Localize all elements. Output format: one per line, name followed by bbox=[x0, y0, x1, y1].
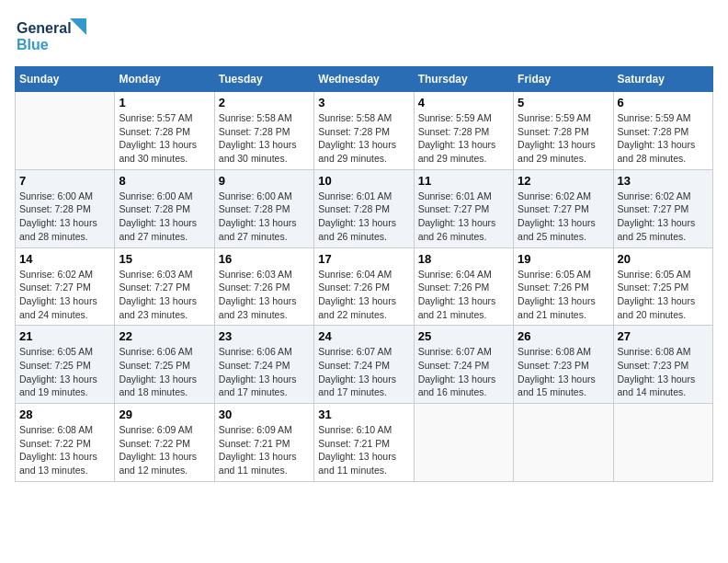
day-number: 15 bbox=[119, 252, 210, 266]
calendar-cell: 19Sunrise: 6:05 AMSunset: 7:26 PMDayligh… bbox=[514, 247, 613, 326]
calendar-cell: 9Sunrise: 6:00 AMSunset: 7:28 PMDaylight… bbox=[214, 169, 313, 247]
day-info: Sunrise: 5:58 AMSunset: 7:28 PMDaylight:… bbox=[318, 111, 409, 166]
calendar-cell: 2Sunrise: 5:58 AMSunset: 7:28 PMDaylight… bbox=[214, 92, 313, 170]
calendar-cell: 22Sunrise: 6:06 AMSunset: 7:25 PMDayligh… bbox=[115, 326, 214, 404]
calendar-cell: 18Sunrise: 6:04 AMSunset: 7:26 PMDayligh… bbox=[414, 247, 513, 326]
day-info: Sunrise: 6:05 AMSunset: 7:25 PMDaylight:… bbox=[618, 268, 709, 322]
calendar-cell: 31Sunrise: 6:10 AMSunset: 7:21 PMDayligh… bbox=[314, 404, 414, 482]
day-number: 24 bbox=[318, 329, 409, 343]
day-number: 31 bbox=[318, 408, 409, 421]
day-number: 16 bbox=[219, 252, 310, 266]
day-header-sunday: Sunday bbox=[16, 67, 115, 92]
svg-marker-0 bbox=[70, 18, 86, 35]
day-info: Sunrise: 6:02 AMSunset: 7:27 PMDaylight:… bbox=[518, 190, 609, 244]
day-number: 5 bbox=[518, 96, 609, 109]
day-header-monday: Monday bbox=[115, 67, 214, 92]
day-info: Sunrise: 5:57 AMSunset: 7:28 PMDaylight:… bbox=[119, 111, 210, 166]
day-number: 28 bbox=[19, 408, 110, 421]
calendar-cell bbox=[414, 404, 513, 482]
day-info: Sunrise: 5:59 AMSunset: 7:28 PMDaylight:… bbox=[418, 111, 509, 166]
calendar-cell: 6Sunrise: 5:59 AMSunset: 7:28 PMDaylight… bbox=[613, 92, 712, 170]
day-info: Sunrise: 6:08 AMSunset: 7:23 PMDaylight:… bbox=[618, 345, 709, 399]
day-number: 8 bbox=[119, 174, 210, 188]
day-info: Sunrise: 6:09 AMSunset: 7:21 PMDaylight:… bbox=[219, 423, 310, 477]
day-info: Sunrise: 6:03 AMSunset: 7:26 PMDaylight:… bbox=[219, 268, 310, 322]
day-header-friday: Friday bbox=[514, 67, 613, 92]
calendar-cell: 10Sunrise: 6:01 AMSunset: 7:28 PMDayligh… bbox=[314, 169, 414, 247]
day-number: 11 bbox=[418, 174, 509, 188]
day-info: Sunrise: 6:08 AMSunset: 7:23 PMDaylight:… bbox=[518, 345, 609, 399]
calendar-cell: 16Sunrise: 6:03 AMSunset: 7:26 PMDayligh… bbox=[214, 247, 313, 326]
calendar-cell: 30Sunrise: 6:09 AMSunset: 7:21 PMDayligh… bbox=[214, 404, 313, 482]
day-info: Sunrise: 6:08 AMSunset: 7:22 PMDaylight:… bbox=[19, 423, 110, 477]
day-info: Sunrise: 6:00 AMSunset: 7:28 PMDaylight:… bbox=[19, 190, 110, 244]
day-number: 17 bbox=[318, 252, 409, 266]
day-number: 27 bbox=[618, 329, 709, 343]
calendar-cell: 24Sunrise: 6:07 AMSunset: 7:24 PMDayligh… bbox=[314, 326, 414, 404]
calendar-cell: 11Sunrise: 6:01 AMSunset: 7:27 PMDayligh… bbox=[414, 169, 513, 247]
day-number: 23 bbox=[219, 329, 310, 343]
day-number: 12 bbox=[518, 174, 609, 188]
day-number: 2 bbox=[219, 96, 310, 109]
calendar-cell: 28Sunrise: 6:08 AMSunset: 7:22 PMDayligh… bbox=[16, 404, 115, 482]
day-info: Sunrise: 6:10 AMSunset: 7:21 PMDaylight:… bbox=[318, 423, 409, 477]
day-info: Sunrise: 6:04 AMSunset: 7:26 PMDaylight:… bbox=[318, 268, 409, 322]
day-number: 29 bbox=[119, 408, 210, 421]
svg-text:General: General bbox=[17, 20, 72, 36]
day-header-tuesday: Tuesday bbox=[214, 67, 313, 92]
day-info: Sunrise: 6:06 AMSunset: 7:25 PMDaylight:… bbox=[119, 345, 210, 399]
calendar-cell bbox=[16, 92, 115, 170]
calendar-cell: 4Sunrise: 5:59 AMSunset: 7:28 PMDaylight… bbox=[414, 92, 513, 170]
day-header-thursday: Thursday bbox=[414, 67, 513, 92]
day-info: Sunrise: 6:00 AMSunset: 7:28 PMDaylight:… bbox=[219, 190, 310, 244]
day-number: 6 bbox=[618, 96, 709, 109]
day-info: Sunrise: 6:06 AMSunset: 7:24 PMDaylight:… bbox=[219, 345, 310, 399]
calendar-header-row: SundayMondayTuesdayWednesdayThursdayFrid… bbox=[16, 67, 713, 92]
day-info: Sunrise: 6:00 AMSunset: 7:28 PMDaylight:… bbox=[119, 190, 210, 244]
calendar-cell: 29Sunrise: 6:09 AMSunset: 7:22 PMDayligh… bbox=[115, 404, 214, 482]
calendar-week-row: 7Sunrise: 6:00 AMSunset: 7:28 PMDaylight… bbox=[16, 169, 713, 247]
calendar-week-row: 21Sunrise: 6:05 AMSunset: 7:25 PMDayligh… bbox=[16, 326, 713, 404]
day-info: Sunrise: 6:02 AMSunset: 7:27 PMDaylight:… bbox=[19, 268, 110, 322]
calendar-cell: 14Sunrise: 6:02 AMSunset: 7:27 PMDayligh… bbox=[16, 247, 115, 326]
day-number: 26 bbox=[518, 329, 609, 343]
logo: GeneralBlue bbox=[15, 15, 88, 55]
day-number: 20 bbox=[618, 252, 709, 266]
calendar-cell: 12Sunrise: 6:02 AMSunset: 7:27 PMDayligh… bbox=[514, 169, 613, 247]
day-number: 3 bbox=[318, 96, 409, 109]
day-info: Sunrise: 6:09 AMSunset: 7:22 PMDaylight:… bbox=[119, 423, 210, 477]
day-number: 30 bbox=[219, 408, 310, 421]
day-number: 18 bbox=[418, 252, 509, 266]
calendar-cell: 21Sunrise: 6:05 AMSunset: 7:25 PMDayligh… bbox=[16, 326, 115, 404]
day-number: 7 bbox=[19, 174, 110, 188]
calendar-table: SundayMondayTuesdayWednesdayThursdayFrid… bbox=[15, 66, 713, 482]
calendar-cell: 8Sunrise: 6:00 AMSunset: 7:28 PMDaylight… bbox=[115, 169, 214, 247]
calendar-cell: 1Sunrise: 5:57 AMSunset: 7:28 PMDaylight… bbox=[115, 92, 214, 170]
calendar-cell: 23Sunrise: 6:06 AMSunset: 7:24 PMDayligh… bbox=[214, 326, 313, 404]
day-number: 22 bbox=[119, 329, 210, 343]
calendar-cell: 7Sunrise: 6:00 AMSunset: 7:28 PMDaylight… bbox=[16, 169, 115, 247]
calendar-cell: 3Sunrise: 5:58 AMSunset: 7:28 PMDaylight… bbox=[314, 92, 414, 170]
calendar-week-row: 1Sunrise: 5:57 AMSunset: 7:28 PMDaylight… bbox=[16, 92, 713, 170]
day-info: Sunrise: 5:58 AMSunset: 7:28 PMDaylight:… bbox=[219, 111, 310, 166]
day-number: 13 bbox=[618, 174, 709, 188]
logo-svg: GeneralBlue bbox=[15, 15, 88, 55]
day-info: Sunrise: 6:03 AMSunset: 7:27 PMDaylight:… bbox=[119, 268, 210, 322]
day-number: 4 bbox=[418, 96, 509, 109]
calendar-cell bbox=[514, 404, 613, 482]
calendar-week-row: 28Sunrise: 6:08 AMSunset: 7:22 PMDayligh… bbox=[16, 404, 713, 482]
day-number: 19 bbox=[518, 252, 609, 266]
calendar-cell: 13Sunrise: 6:02 AMSunset: 7:27 PMDayligh… bbox=[613, 169, 712, 247]
calendar-cell: 17Sunrise: 6:04 AMSunset: 7:26 PMDayligh… bbox=[314, 247, 414, 326]
day-number: 14 bbox=[19, 252, 110, 266]
day-number: 25 bbox=[418, 329, 509, 343]
day-info: Sunrise: 6:01 AMSunset: 7:27 PMDaylight:… bbox=[418, 190, 509, 244]
day-info: Sunrise: 6:05 AMSunset: 7:25 PMDaylight:… bbox=[19, 345, 110, 399]
day-info: Sunrise: 5:59 AMSunset: 7:28 PMDaylight:… bbox=[618, 111, 709, 166]
calendar-week-row: 14Sunrise: 6:02 AMSunset: 7:27 PMDayligh… bbox=[16, 247, 713, 326]
page-header: GeneralBlue bbox=[15, 15, 713, 55]
day-header-saturday: Saturday bbox=[613, 67, 712, 92]
calendar-cell: 26Sunrise: 6:08 AMSunset: 7:23 PMDayligh… bbox=[514, 326, 613, 404]
calendar-cell: 25Sunrise: 6:07 AMSunset: 7:24 PMDayligh… bbox=[414, 326, 513, 404]
calendar-cell: 27Sunrise: 6:08 AMSunset: 7:23 PMDayligh… bbox=[613, 326, 712, 404]
